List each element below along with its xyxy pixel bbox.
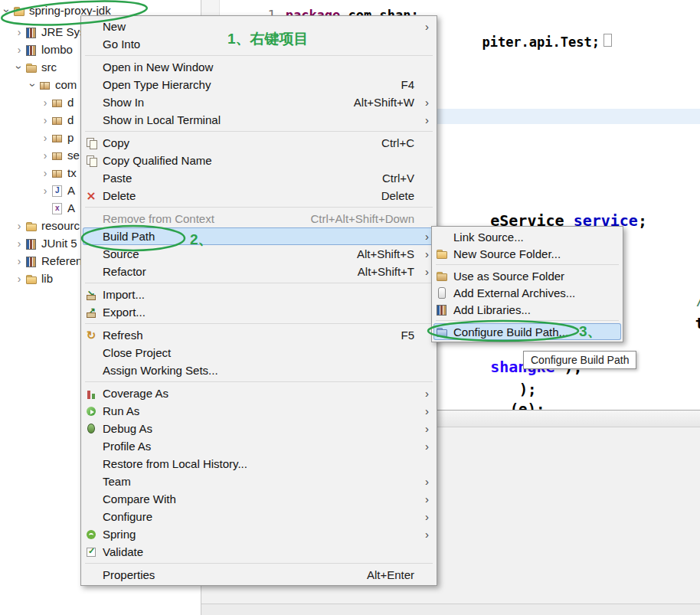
shortcut: Alt+Shift+S <box>357 247 422 260</box>
submenu-arrow-icon <box>422 387 432 400</box>
tree-item-label: Referen <box>38 254 82 267</box>
label: Validate <box>98 545 414 558</box>
project-context-menu: New Go Into Open in New Window Open Type… <box>80 15 437 586</box>
menu-item-coverage-as[interactable]: Coverage As <box>83 384 435 402</box>
chevron-right-icon[interactable] <box>14 44 25 55</box>
tree-item-label: lib <box>38 272 53 285</box>
menu-item-refresh[interactable]: Refresh F5 <box>83 326 435 344</box>
menu-item-debug-as[interactable]: Debug As <box>83 420 435 437</box>
status-bar <box>201 604 700 615</box>
folder-icon <box>25 273 38 285</box>
package-icon <box>51 97 64 109</box>
icon-placeholder <box>84 476 98 488</box>
menu-item-validate[interactable]: Validate <box>83 543 435 561</box>
menu-item-copy-qualified-name[interactable]: Copy Qualified Name <box>83 152 435 169</box>
chevron-right-icon[interactable] <box>40 185 51 196</box>
icon-placeholder <box>84 231 98 243</box>
chevron-right-icon[interactable] <box>14 273 25 284</box>
menu-item-source[interactable]: Source Alt+Shift+S <box>83 245 435 263</box>
label: Show In <box>98 96 354 109</box>
field-semicolon: ; <box>638 211 647 230</box>
menu-item-close-project[interactable]: Close Project <box>83 344 435 361</box>
shortcut: F4 <box>401 78 422 91</box>
menu-item-properties[interactable]: Properties Alt+Enter <box>83 566 435 584</box>
shortcut: Delete <box>381 189 422 202</box>
label: Remove from Context <box>98 212 311 225</box>
tree-item-label: JRE Sys <box>38 25 86 38</box>
submenu-item-use-as-source-folder[interactable]: Use as Source Folder <box>433 267 621 284</box>
chevron-down-icon[interactable] <box>2 5 12 16</box>
tree-item-label: tx <box>64 166 77 179</box>
menu-item-run-as[interactable]: Run As <box>83 402 435 420</box>
menu-item-restore-from-local-history[interactable]: Restore from Local History... <box>83 455 435 473</box>
submenu-item-add-libraries[interactable]: Add Libraries... <box>433 301 621 318</box>
menu-item-go-into[interactable]: Go Into <box>83 35 435 53</box>
label: Coverage As <box>98 387 414 400</box>
chevron-right-icon[interactable] <box>40 97 51 108</box>
label: Close Project <box>98 346 414 359</box>
chevron-right-icon[interactable] <box>40 168 51 178</box>
chevron-right-icon[interactable] <box>14 256 25 267</box>
menu-item-show-in[interactable]: Show In Alt+Shift+W <box>83 93 435 111</box>
package-icon <box>51 149 64 162</box>
chevron-right-icon[interactable] <box>14 221 25 231</box>
configure-build-path-icon <box>435 325 449 338</box>
label: Source <box>98 247 357 260</box>
menu-item-assign-working-sets[interactable]: Assign Working Sets... <box>83 361 435 379</box>
menu-item-paste[interactable]: Paste Ctrl+V <box>83 169 435 187</box>
icon-placeholder <box>84 248 98 260</box>
menu-item-import[interactable]: Import... <box>83 286 435 303</box>
chevron-right-icon[interactable] <box>14 27 25 38</box>
menu-item-spring[interactable]: Spring <box>83 525 435 543</box>
menu-item-compare-with[interactable]: Compare With <box>83 490 435 508</box>
chevron-right-icon[interactable] <box>14 238 25 249</box>
label: Open in New Window <box>98 61 414 74</box>
menu-item-open-type-hierarchy[interactable]: Open Type Hierarchy F4 <box>83 76 435 93</box>
menu-item-refactor[interactable]: Refactor Alt+Shift+T <box>83 263 435 280</box>
shortcut: Alt+Enter <box>367 568 422 581</box>
label: Import... <box>98 288 414 301</box>
menu-item-team[interactable]: Team <box>83 473 435 490</box>
submenu-item-new-source-folder[interactable]: New Source Folder... <box>433 245 621 262</box>
chevron-down-icon[interactable] <box>28 80 38 90</box>
package-icon <box>51 132 64 144</box>
menu-item-open-in-new-window[interactable]: Open in New Window <box>83 58 435 76</box>
label: Configure <box>98 510 414 523</box>
label: New Source Folder... <box>449 247 608 260</box>
add-libraries-icon <box>435 303 449 316</box>
label: Profile As <box>98 440 414 453</box>
tree-item-label: lombo <box>38 43 73 56</box>
label: Debug As <box>98 422 414 435</box>
submenu-item-link-source[interactable]: Link Source... <box>433 228 621 245</box>
icon-placeholder <box>84 493 98 505</box>
submenu-item-configure-build-path[interactable]: Configure Build Path... <box>433 323 621 340</box>
label: Restore from Local History... <box>98 457 414 470</box>
menu-item-export[interactable]: Export... <box>83 303 435 321</box>
menu-item-configure[interactable]: Configure <box>83 508 435 525</box>
tree-item-label: JUnit 5 <box>38 237 77 250</box>
shortcut: Ctrl+Alt+Shift+Down <box>311 212 422 225</box>
menu-item-delete[interactable]: Delete Delete <box>83 187 435 204</box>
whitespace-box-icon <box>604 34 612 47</box>
menu-item-show-in-local-terminal[interactable]: Show in Local Terminal <box>83 111 435 129</box>
chevron-right-icon[interactable] <box>40 115 51 126</box>
tree-item-label: d <box>64 96 74 109</box>
menu-separator <box>85 55 433 56</box>
menu-item-build-path[interactable]: Build Path <box>83 227 435 245</box>
submenu-arrow-icon <box>422 440 432 453</box>
import-icon <box>84 289 98 301</box>
icon-placeholder <box>84 365 98 377</box>
label: Add Libraries... <box>449 303 608 316</box>
submenu-item-add-external-archives[interactable]: Add External Archives... <box>433 284 621 301</box>
menu-item-profile-as[interactable]: Profile As <box>83 437 435 455</box>
chevron-right-icon[interactable] <box>40 150 51 161</box>
chevron-down-icon[interactable] <box>14 62 25 73</box>
label: Copy <box>98 136 381 149</box>
chevron-right-icon[interactable] <box>40 132 51 143</box>
tree-item-label: se <box>64 149 80 162</box>
menu-item-copy[interactable]: Copy Ctrl+C <box>83 134 435 152</box>
icon-placeholder <box>84 172 98 185</box>
icon-placeholder <box>84 97 98 109</box>
menu-item-new[interactable]: New <box>83 18 435 35</box>
debug-icon <box>84 423 98 435</box>
